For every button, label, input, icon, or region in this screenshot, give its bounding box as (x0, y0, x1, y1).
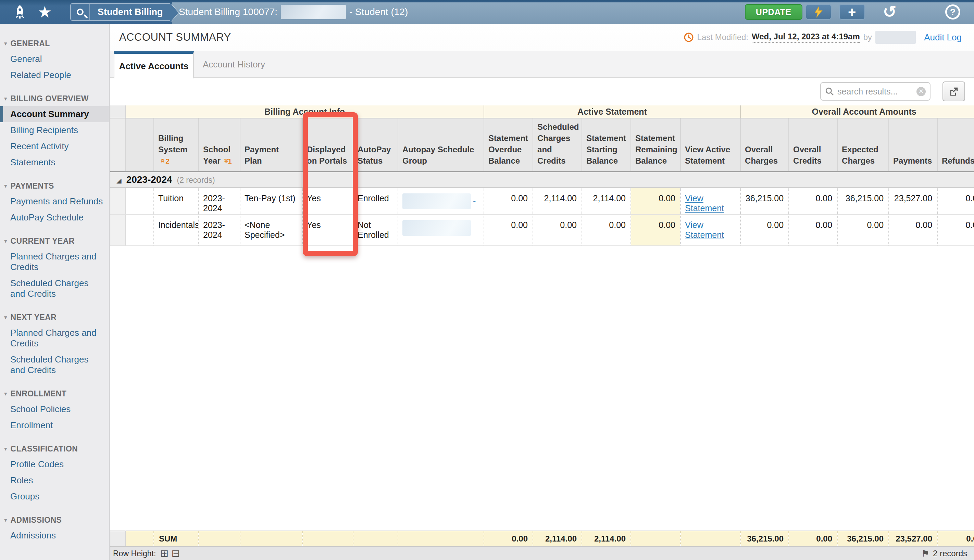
sidebar-item-account-summary[interactable]: Account Summary (0, 106, 109, 122)
collapse-triangle-icon[interactable]: ▾ (4, 95, 7, 102)
column-header-overall-charges[interactable]: Overall Charges (740, 118, 789, 172)
sidebar-section-header-enrollment[interactable]: ▾ENROLLMENT (0, 386, 109, 401)
global-search-icon[interactable] (71, 4, 90, 20)
sidebar-section-header-payments[interactable]: ▾PAYMENTS (0, 178, 109, 193)
sum-cell-refunds: 0.00 (937, 531, 974, 546)
sidebar-item-recent-activity[interactable]: Recent Activity (0, 138, 109, 154)
sidebar-item-related-people[interactable]: Related People (0, 67, 109, 83)
sidebar-item-scheduled-charges-and-credits[interactable]: Scheduled Charges and Credits (0, 275, 109, 302)
account-row-incidentals[interactable]: Incidentals2023-2024<None Specified>YesN… (110, 214, 974, 246)
column-header-refunds[interactable]: Refunds (937, 118, 974, 172)
sidebar-section-general: ▾GENERALGeneralRelated People (0, 36, 109, 83)
sidebar-item-statements[interactable]: Statements (0, 154, 109, 170)
quick-actions-button[interactable] (805, 4, 832, 20)
column-header-statement-starting-balance[interactable]: Statement Starting Balance (582, 118, 631, 172)
help-icon[interactable]: ? (945, 5, 960, 20)
column-header-displayed-on-portals[interactable]: Displayed on Portals (302, 118, 353, 172)
column-label: Payments (893, 156, 932, 165)
sidebar-item-autopay-schedule[interactable]: AutoPay Schedule (0, 210, 109, 225)
collapse-triangle-icon[interactable]: ▾ (4, 40, 7, 47)
module-breadcrumb-chip[interactable]: Student Billing (70, 3, 170, 21)
sidebar-item-roles[interactable]: Roles (0, 472, 109, 488)
sidebar-section-header-admissions[interactable]: ▾ADMISSIONS (0, 512, 109, 527)
column-header-statement-overdue-balance[interactable]: Statement Overdue Balance (484, 118, 533, 172)
main-content: ACCOUNT SUMMARY Last Modified: Wed, Jul … (110, 24, 974, 560)
sidebar-item-scheduled-charges-and-credits[interactable]: Scheduled Charges and Credits (0, 352, 109, 378)
results-search-box[interactable]: ✕ (820, 82, 931, 101)
app-window: ★ Student Billing Student Billing 100077… (0, 0, 974, 560)
sidebar-item-admissions[interactable]: Admissions (0, 527, 109, 543)
collapse-triangle-icon[interactable]: ▾ (4, 390, 7, 397)
record-title-suffix: - Student (12) (349, 7, 408, 17)
last-modified-label: Last Modified: (697, 33, 748, 42)
sidebar-item-billing-recipients[interactable]: Billing Recipients (0, 122, 109, 138)
year-group-row[interactable]: ◢2023-2024(2 records) (110, 172, 974, 188)
collapse-triangle-icon[interactable]: ▾ (4, 182, 7, 190)
column-header-expected-charges[interactable]: Expected Charges (837, 118, 889, 172)
sidebar-item-payments-and-refunds[interactable]: Payments and Refunds (0, 193, 109, 210)
last-modified-area: Last Modified: Wed, Jul 12, 2023 at 4:19… (683, 24, 962, 51)
column-header-scheduled-charges-and-credits[interactable]: Scheduled Charges and Credits (533, 118, 582, 172)
update-button[interactable]: UPDATE (745, 4, 802, 20)
view-statement-link[interactable]: View Statement (685, 220, 724, 240)
column-header-billing-system[interactable]: Billing System«2 (154, 118, 199, 172)
open-in-new-window-button[interactable] (942, 82, 965, 101)
row-height-increase-button[interactable]: ⊞ (160, 548, 169, 558)
column-header-overall-credits[interactable]: Overall Credits (789, 118, 837, 172)
sum-cell-spacer (125, 531, 154, 546)
row-height-decrease-button[interactable]: ⊟ (171, 548, 180, 558)
sidebar-item-planned-charges-and-credits[interactable]: Planned Charges and Credits (0, 248, 109, 275)
sidebar-item-enrollment[interactable]: Enrollment (0, 417, 109, 433)
column-header-payments[interactable]: Payments (889, 118, 937, 172)
column-header-payment-plan[interactable]: Payment Plan (240, 118, 302, 172)
collapse-triangle-icon[interactable]: ▾ (4, 445, 7, 453)
tab-active-accounts[interactable]: Active Accounts (114, 51, 194, 78)
group-record-count: (2 records) (177, 176, 215, 185)
sidebar-item-general[interactable]: General (0, 51, 109, 67)
column-header-school-year[interactable]: School Year«1 (199, 118, 240, 172)
sidebar-section-next-year: ▾NEXT YEARPlanned Charges and CreditsSch… (0, 310, 109, 378)
sidebar-item-groups[interactable]: Groups (0, 488, 109, 505)
account-row-tuition[interactable]: Tuition2023-2024Ten-Pay (1st)YesEnrolled… (110, 188, 974, 214)
sum-cell-overall-credits: 0.00 (789, 531, 837, 546)
cell-autopay-schedule-group: - (398, 188, 484, 214)
sidebar-section-header-classification[interactable]: ▾CLASSIFICATION (0, 441, 109, 456)
sidebar-section-header-next-year[interactable]: ▾NEXT YEAR (0, 310, 109, 325)
sidebar-section-header-current-year[interactable]: ▾CURRENT YEAR (0, 233, 109, 248)
column-label: Statement Overdue Balance (488, 133, 528, 165)
collapse-triangle-icon[interactable]: ▾ (4, 517, 7, 524)
column-label: Autopay Schedule Group (403, 145, 474, 165)
add-record-button[interactable]: + (839, 4, 865, 20)
column-header-statement-remaining-balance[interactable]: Statement Remaining Balance (631, 118, 680, 172)
group-collapse-icon[interactable]: ◢ (117, 177, 122, 184)
column-header-autopay-schedule-group[interactable]: Autopay Schedule Group (398, 118, 484, 172)
column-header-view-active-statement[interactable]: View Active Statement (680, 118, 740, 172)
tab-account-history[interactable]: Account History (194, 51, 273, 78)
cell-autopay-schedule-group (398, 214, 484, 246)
sidebar-item-profile-codes[interactable]: Profile Codes (0, 456, 109, 472)
sidebar-item-planned-charges-and-credits[interactable]: Planned Charges and Credits (0, 325, 109, 352)
audit-log-link[interactable]: Audit Log (924, 32, 962, 43)
cell-school-year: 2023-2024 (199, 214, 240, 246)
sidebar-item-school-policies[interactable]: School Policies (0, 401, 109, 417)
cell-payments: 0.00 (889, 214, 937, 246)
group-header-overall-account-amounts: Overall Account Amounts (740, 105, 974, 118)
cell-autopay-status: Not Enrolled (353, 214, 398, 246)
last-modified-value[interactable]: Wed, Jul 12, 2023 at 4:19am (752, 32, 860, 43)
column-label: Scheduled Charges and Credits (537, 122, 579, 165)
clear-search-icon[interactable]: ✕ (916, 87, 926, 96)
collapse-triangle-icon[interactable]: ▾ (4, 314, 7, 321)
cell-statement-remaining-balance: 0.00 (631, 214, 680, 246)
history-icon[interactable]: ↺ (883, 4, 897, 20)
column-label: Overall Charges (745, 145, 778, 165)
sum-cell-billing-system: SUM (154, 531, 199, 546)
favorites-star-icon[interactable]: ★ (38, 2, 52, 23)
search-input[interactable] (837, 87, 916, 97)
column-header-autopay-status[interactable]: AutoPay Status (353, 118, 398, 172)
apps-grid-icon[interactable] (914, 5, 927, 18)
sidebar-section-header-billing-overview[interactable]: ▾BILLING OVERVIEW (0, 91, 109, 106)
view-statement-link[interactable]: View Statement (685, 193, 724, 213)
collapse-triangle-icon[interactable]: ▾ (4, 238, 7, 245)
sidebar-section-header-general[interactable]: ▾GENERAL (0, 36, 109, 51)
rocket-icon[interactable] (12, 5, 27, 21)
